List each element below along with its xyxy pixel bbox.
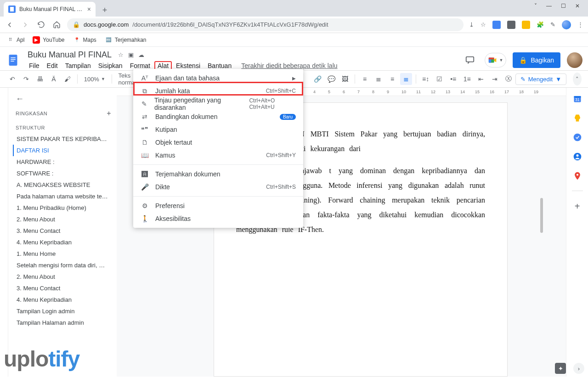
outline-item[interactable]: Setelah mengisi form data diri, … bbox=[13, 260, 114, 271]
extensions-icon[interactable]: 🧩 bbox=[537, 21, 544, 28]
collapse-toolbar-button[interactable]: ˄ bbox=[573, 73, 582, 85]
line-spacing-button[interactable]: ≡↕ bbox=[420, 73, 432, 85]
star-icon[interactable]: ☆ bbox=[118, 51, 124, 58]
apps-bookmark[interactable]: ⠿Apl bbox=[6, 36, 24, 44]
menu-file[interactable]: File bbox=[26, 61, 43, 70]
profile-avatar[interactable] bbox=[562, 20, 571, 29]
dropdown-item[interactable]: AᵀEjaan dan tata bahasa▶ bbox=[133, 72, 303, 85]
outline-item[interactable]: 1. Menu Home bbox=[13, 248, 114, 260]
align-justify-button[interactable]: ≣ bbox=[400, 73, 412, 85]
undo-button[interactable]: ↶ bbox=[6, 73, 18, 85]
browser-tab[interactable]: Buku Manual PI FINAL - Google × bbox=[4, 2, 96, 17]
contacts-icon[interactable] bbox=[573, 152, 582, 161]
extension-icon-2[interactable] bbox=[507, 21, 515, 29]
back-icon[interactable] bbox=[5, 21, 15, 29]
insert-image-button[interactable]: 🖼 bbox=[339, 73, 351, 85]
align-right-button[interactable]: ≡ bbox=[386, 73, 398, 85]
dropdown-item[interactable]: 🗋Objek tertaut bbox=[133, 136, 303, 149]
align-center-button[interactable]: ≣ bbox=[373, 73, 384, 85]
outline-item[interactable]: 2. Menu About bbox=[13, 214, 114, 225]
outline-item[interactable]: HARDWARE : bbox=[13, 156, 114, 168]
align-left-button[interactable]: ≡ bbox=[359, 73, 371, 85]
window-minimize-icon[interactable]: ― bbox=[546, 3, 552, 9]
menu-insert[interactable]: Sisipkan bbox=[95, 61, 126, 70]
dropdown-item[interactable]: ❝❞Kutipan bbox=[133, 123, 303, 136]
window-dropdown-icon[interactable]: ˅ bbox=[534, 3, 537, 9]
share-button[interactable]: 🔒 Bagikan bbox=[513, 52, 560, 68]
comments-button[interactable] bbox=[462, 52, 478, 68]
outline-item[interactable]: Tampilan Login admin bbox=[13, 305, 114, 317]
dropdown-item[interactable]: 🅰Terjemahkan dokumen bbox=[133, 168, 303, 181]
outline-item[interactable]: 3. Menu Contact bbox=[13, 225, 114, 237]
numbered-list-button[interactable]: 1≡ bbox=[461, 73, 473, 85]
translate-bookmark[interactable]: 🔤Terjemahkan bbox=[105, 36, 147, 44]
editing-mode-button[interactable]: ✎ Mengedit ▼ bbox=[515, 73, 566, 85]
clear-formatting-button[interactable]: Ⓧ bbox=[503, 73, 514, 85]
insert-link-button[interactable]: 🔗 bbox=[311, 73, 323, 85]
checklist-button[interactable]: ☑ bbox=[434, 73, 446, 85]
docs-logo-icon[interactable] bbox=[6, 52, 22, 68]
keep-icon[interactable] bbox=[573, 113, 582, 123]
window-maximize-icon[interactable]: ☐ bbox=[561, 3, 566, 9]
increase-indent-button[interactable]: ⇥ bbox=[489, 73, 501, 85]
extension-icon-3[interactable] bbox=[522, 21, 530, 29]
user-avatar[interactable] bbox=[567, 52, 582, 68]
omnibox[interactable]: 🔒 docs.google.com/document/d/19z26bh6l_D… bbox=[67, 18, 464, 31]
chrome-menu-icon[interactable]: ⋮ bbox=[577, 21, 583, 28]
cloud-saved-icon[interactable]: ☁ bbox=[138, 51, 144, 58]
outline-item[interactable]: SISTEM PAKAR TES KEPRIBADIA… bbox=[13, 133, 114, 145]
outline-item[interactable]: 1. Menu Pribadiku (Home) bbox=[13, 202, 114, 214]
dropdown-item[interactable]: 🎤DikteCtrl+Shift+S bbox=[133, 181, 303, 193]
outline-back-button[interactable]: ← bbox=[13, 92, 114, 106]
dropdown-item[interactable]: 📖KamusCtrl+Shift+Y bbox=[133, 149, 303, 162]
vertical-ruler bbox=[0, 88, 8, 377]
outline-item[interactable]: 3. Menu Contact bbox=[13, 282, 114, 294]
forward-icon[interactable] bbox=[20, 21, 30, 29]
outline-item[interactable]: Pada halaman utama website te… bbox=[13, 191, 114, 202]
reload-icon[interactable] bbox=[36, 21, 46, 28]
youtube-bookmark[interactable]: ▶YouTube bbox=[33, 36, 64, 44]
outline-item[interactable]: Tampilan Halaman admin bbox=[13, 317, 114, 328]
install-icon[interactable]: ⤓ bbox=[469, 21, 474, 28]
zoom-dropdown[interactable]: 100%▼ bbox=[81, 73, 108, 85]
add-addon-button[interactable]: + bbox=[575, 201, 580, 212]
extension-icon-1[interactable] bbox=[492, 21, 501, 29]
print-button[interactable]: 🖶 bbox=[34, 73, 46, 85]
spellcheck-button[interactable]: Ä bbox=[48, 73, 60, 85]
dropdown-item[interactable]: ✎Tinjau pengeditan yang disarankanCtrl+A… bbox=[133, 97, 303, 110]
calendar-icon[interactable]: 31 bbox=[573, 94, 582, 103]
outline-item[interactable]: 4. Menu Kepribadian bbox=[13, 237, 114, 248]
add-summary-button[interactable]: + bbox=[107, 109, 111, 118]
dropdown-item[interactable]: ⧉Jumlah kataCtrl+Shift+C bbox=[133, 85, 303, 97]
add-comment-button[interactable]: 💬 bbox=[325, 73, 337, 85]
tasks-icon[interactable] bbox=[573, 133, 582, 142]
scrollbar-thumb[interactable] bbox=[540, 198, 543, 233]
menu-view[interactable]: Tampilan bbox=[62, 61, 94, 70]
menu-edit[interactable]: Edit bbox=[44, 61, 61, 70]
window-close-icon[interactable]: ✕ bbox=[575, 3, 580, 9]
home-icon[interactable] bbox=[51, 21, 62, 28]
doc-title[interactable]: Buku Manual PI FINAL bbox=[26, 50, 113, 60]
bookmark-star-icon[interactable]: ☆ bbox=[481, 21, 486, 28]
dropdown-item[interactable]: ⇄Bandingkan dokumenBaru bbox=[133, 110, 303, 123]
outline-item[interactable]: SOFTWARE : bbox=[13, 168, 114, 179]
eyedropper-icon[interactable]: ✎ bbox=[550, 21, 555, 28]
decrease-indent-button[interactable]: ⇤ bbox=[475, 73, 487, 85]
explore-button[interactable]: ✦ bbox=[555, 363, 566, 374]
tab-close-icon[interactable]: × bbox=[87, 6, 91, 12]
maps-bookmark[interactable]: 📍Maps bbox=[73, 36, 96, 44]
new-tab-button[interactable]: + bbox=[98, 4, 111, 17]
outline-item[interactable]: 4. Menu Kepribadian bbox=[13, 294, 114, 305]
outline-item[interactable]: DAFTAR ISI bbox=[13, 145, 114, 156]
outline-item[interactable]: A. MENGAKSES WEBSITE bbox=[13, 179, 114, 191]
show-side-panel-button[interactable]: › bbox=[573, 363, 584, 374]
paint-format-button[interactable]: 🖌 bbox=[62, 73, 74, 85]
meet-button[interactable]: ▼ bbox=[485, 53, 506, 68]
dropdown-item[interactable]: ⚙Preferensi bbox=[133, 199, 303, 212]
move-icon[interactable]: ▣ bbox=[128, 51, 134, 58]
maps-rail-icon[interactable] bbox=[573, 171, 582, 181]
outline-item[interactable]: 2. Menu About bbox=[13, 271, 114, 282]
dropdown-item[interactable]: 🚶Aksesibilitas bbox=[133, 212, 303, 225]
bulleted-list-button[interactable]: •≡ bbox=[447, 73, 459, 85]
redo-button[interactable]: ↷ bbox=[20, 73, 32, 85]
